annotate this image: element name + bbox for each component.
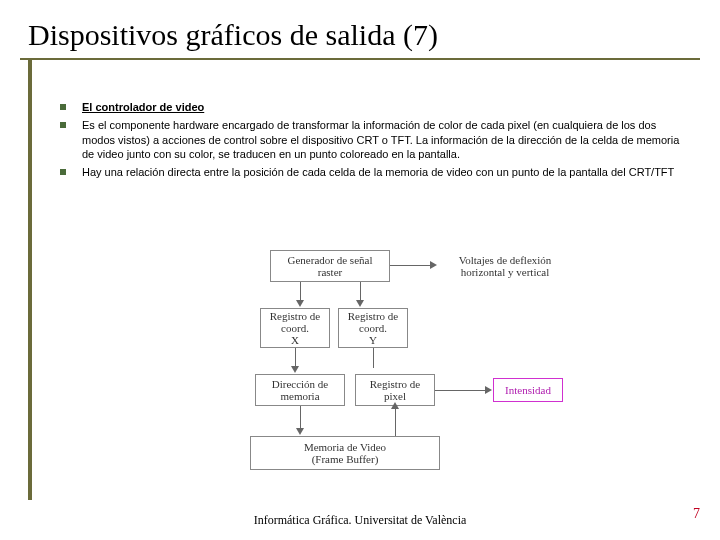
bullet-text: Hay una relación directa entre la posici… [82,165,690,179]
arrow-head-icon [356,300,364,307]
slide: Dispositivos gráficos de salida (7) El c… [0,0,720,540]
bullet-icon [60,169,66,175]
arrow [300,282,301,302]
arrow [390,265,430,266]
bullet-text: El controlador de video [82,100,690,114]
arrow-head-icon [391,402,399,409]
box-intensidad: Intensidad [493,378,563,402]
content-area: El controlador de video Es el componente… [60,100,690,183]
box-generator: Generador de señalraster [270,250,390,282]
accent-bar [28,60,32,500]
bullet-item: Hay una relación directa entre la posici… [60,165,690,179]
footer-text: Informática Gráfica. Universitat de Valè… [0,513,720,528]
arrow-head-icon [296,428,304,435]
arrow [373,348,374,368]
bullet-item: El controlador de video [60,100,690,114]
arrow [295,348,296,368]
box-regy: Registro decoord.Y [338,308,408,348]
arrow-head-icon [291,366,299,373]
arrow [360,282,361,302]
bullet-icon [60,122,66,128]
diagram: Generador de señalraster Voltajes de def… [140,250,610,490]
arrow [300,406,301,430]
slide-title: Dispositivos gráficos de salida (7) [20,10,700,60]
label-deflex: Voltajes de deflexiónhorizontal y vertic… [440,254,570,278]
arrow-head-icon [430,261,437,269]
box-memvid: Memoria de Video(Frame Buffer) [250,436,440,470]
arrow-head-icon [296,300,304,307]
bullet-item: Es el componente hardware encargado de t… [60,118,690,161]
arrow [395,406,396,436]
arrow [435,390,485,391]
bullet-icon [60,104,66,110]
arrow-head-icon [485,386,492,394]
bullet-text: Es el componente hardware encargado de t… [82,118,690,161]
page-number: 7 [693,506,700,522]
box-regx: Registro decoord.X [260,308,330,348]
box-dirmem: Dirección dememoria [255,374,345,406]
